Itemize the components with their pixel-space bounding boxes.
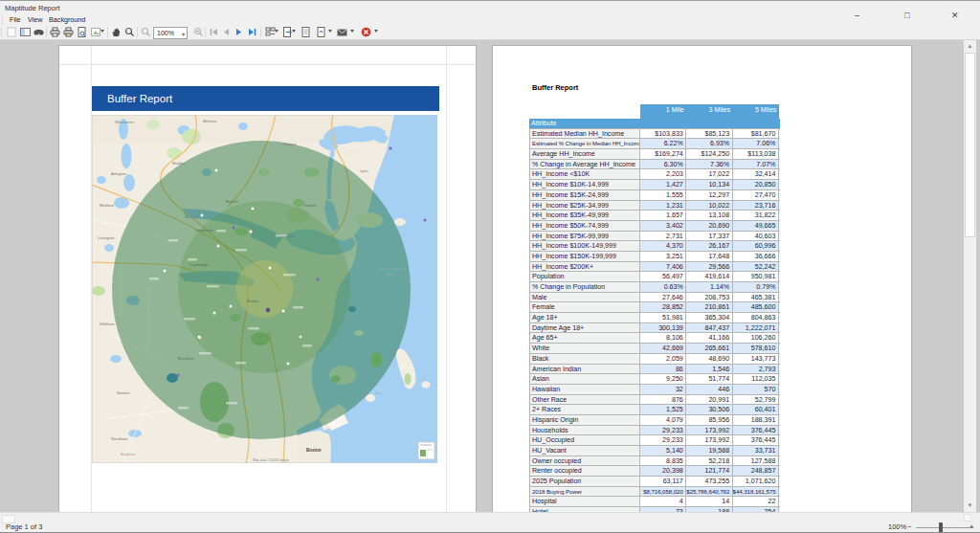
svg-text:Map data ©2018 Google: Map data ©2018 Google [253, 458, 289, 462]
svg-text:Winchester: Winchester [115, 120, 135, 124]
svg-text:Cambridge: Cambridge [189, 262, 209, 267]
svg-text:Everett: Everett [226, 199, 239, 204]
svg-text:Brighton: Brighton [121, 452, 135, 456]
svg-text:Somerville: Somerville [195, 228, 213, 233]
svg-text:Boston: Boston [247, 299, 258, 303]
svg-text:Medford: Medford [100, 203, 114, 208]
svg-text:Massachusetts: Massachusetts [379, 267, 403, 271]
svg-text:Arlington: Arlington [111, 171, 126, 176]
svg-text:Bay: Bay [387, 273, 393, 277]
svg-text:Newton: Newton [117, 390, 130, 395]
svg-text:Brookline: Brookline [178, 356, 194, 361]
svg-text:Needham: Needham [111, 436, 128, 441]
svg-text:Revere: Revere [304, 203, 318, 208]
svg-text:Saugus: Saugus [283, 142, 297, 146]
svg-text:Lynn: Lynn [360, 168, 368, 173]
svg-text:Waltham: Waltham [100, 322, 115, 326]
svg-text:Bay: Bay [375, 391, 382, 395]
svg-text:Boston: Boston [306, 448, 322, 453]
svg-text:Malden: Malden [172, 161, 185, 166]
svg-text:Melrose: Melrose [203, 119, 217, 123]
svg-text:Lexington: Lexington [98, 235, 114, 240]
